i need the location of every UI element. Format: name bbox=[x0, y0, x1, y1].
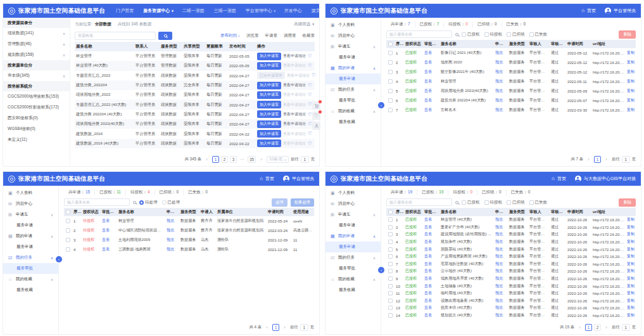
preview-link[interactable]: 预览 bbox=[494, 254, 508, 259]
preview-link[interactable]: 预览 bbox=[494, 305, 508, 311]
nav-item[interactable]: 二维一张图 bbox=[182, 8, 206, 14]
view-flow-link[interactable]: 查看 bbox=[423, 247, 439, 252]
copy-link[interactable]: 复制 bbox=[627, 79, 635, 84]
favorite-heart-icon[interactable]: ♡ bbox=[308, 141, 312, 146]
preview-link[interactable]: 预览 bbox=[494, 247, 508, 252]
service-name[interactable]: 现状用地分类 2022(40大数) bbox=[75, 121, 134, 127]
copy-link[interactable]: 复制 bbox=[627, 276, 635, 281]
add-to-cart-button[interactable]: 加入申请车 bbox=[257, 91, 281, 99]
row-checkbox[interactable] bbox=[66, 238, 70, 242]
prev-page-button[interactable]: ‹ bbox=[576, 324, 583, 331]
page-button[interactable]: 2 bbox=[221, 156, 228, 163]
view-flow-link[interactable]: 查看 bbox=[423, 88, 439, 94]
row-checkbox[interactable] bbox=[388, 108, 393, 112]
favorite-heart-icon[interactable]: ♡ bbox=[308, 93, 312, 98]
delete-button[interactable]: 删除 bbox=[619, 198, 636, 207]
view-flow-link[interactable]: 查看 bbox=[423, 69, 439, 75]
view-flow-link[interactable]: 查看 bbox=[423, 276, 439, 281]
sidebar-item[interactable]: 服务申请 bbox=[325, 242, 381, 252]
copy-link[interactable]: 复制 bbox=[627, 283, 635, 289]
prev-page-button[interactable]: ‹ bbox=[263, 324, 270, 331]
avatar[interactable] bbox=[283, 176, 289, 182]
preview-link[interactable]: 预览 bbox=[165, 247, 179, 252]
view-address-link[interactable]: 查看申请地址 bbox=[283, 141, 306, 146]
sidebar-collapse-handle[interactable]: ‹ bbox=[56, 256, 62, 262]
nav-item[interactable]: 源文件管理中心 bbox=[312, 8, 322, 14]
column-header[interactable]: url地址 bbox=[591, 209, 636, 215]
service-name[interactable]: 建筑分类_202204 bbox=[75, 82, 134, 88]
preview-link[interactable]: 预览 bbox=[494, 50, 508, 56]
column-header[interactable]: 服务类型 bbox=[179, 209, 199, 215]
next-page-button[interactable]: › bbox=[603, 156, 610, 163]
sidebar-item[interactable]: 管理数据(46) ∨ bbox=[3, 39, 70, 49]
preview-link[interactable]: 预览 bbox=[165, 228, 179, 233]
page-goto-input[interactable]: 1 bbox=[301, 156, 309, 163]
column-header[interactable]: 审批流程 bbox=[423, 41, 439, 47]
sidebar-item[interactable]: 西安80坐标系(0) bbox=[3, 113, 70, 124]
sidebar-item[interactable]: ✉ 消息中心 bbox=[325, 198, 381, 209]
column-header[interactable]: 服务类型 bbox=[508, 41, 528, 47]
page-button[interactable]: 1 bbox=[212, 156, 219, 163]
favorite-heart-icon[interactable]: ♡ bbox=[308, 102, 312, 107]
column-header[interactable]: 申请时间 bbox=[566, 41, 591, 47]
column-header[interactable]: 共享类型 bbox=[182, 44, 205, 49]
add-to-cart-button[interactable]: 已在申请车中 bbox=[257, 72, 285, 79]
row-checkbox[interactable] bbox=[66, 219, 70, 223]
row-checkbox[interactable] bbox=[388, 291, 393, 295]
view-flow-link[interactable]: 查看 bbox=[101, 237, 117, 243]
sidebar-item[interactable]: ✉ 消息中心 bbox=[325, 30, 381, 41]
preview-link[interactable]: 预览 bbox=[494, 283, 508, 289]
view-flow-link[interactable]: 查看 bbox=[423, 98, 439, 103]
preview-link[interactable]: 预览 bbox=[494, 298, 508, 304]
home-link[interactable]: 首页 bbox=[587, 8, 596, 14]
sidebar-item[interactable]: 服务申请 bbox=[325, 74, 381, 84]
view-address-link[interactable]: 查看申请地址 bbox=[283, 82, 306, 88]
sort-option[interactable]: 发布时间 ↓ bbox=[220, 33, 240, 39]
row-checkbox[interactable] bbox=[388, 225, 393, 229]
view-flow-link[interactable]: 查看 bbox=[101, 218, 117, 224]
sidebar-item[interactable]: 市本级(345) ∨ bbox=[3, 70, 70, 81]
view-flow-link[interactable]: 查看 bbox=[423, 224, 439, 230]
copy-link[interactable]: 复制 bbox=[627, 247, 635, 252]
view-flow-link[interactable]: 查看 bbox=[423, 283, 439, 289]
copy-link[interactable]: 复制 bbox=[627, 69, 635, 75]
preview-link[interactable]: 预览 bbox=[494, 69, 508, 75]
preview-link[interactable]: 预览 bbox=[494, 88, 508, 94]
sidebar-item[interactable]: ▣ 个人资料 bbox=[325, 20, 381, 30]
column-header[interactable]: 操作 bbox=[256, 44, 315, 49]
filter-checkbox[interactable]: 已拒绝 bbox=[507, 32, 525, 37]
view-flow-link[interactable]: 查看 bbox=[423, 50, 439, 56]
view-address-link[interactable]: 查看申请地址 bbox=[283, 53, 306, 59]
column-header[interactable]: 审批流程 bbox=[423, 209, 439, 215]
view-flow-link[interactable]: 查看 bbox=[423, 254, 439, 259]
row-checkbox[interactable] bbox=[388, 247, 393, 252]
sidebar-item[interactable]: 按来源单位分 bbox=[3, 60, 70, 70]
favorite-heart-icon[interactable]: ♡ bbox=[308, 112, 312, 117]
filter-checkbox[interactable]: 已授权 bbox=[462, 32, 480, 37]
sort-option[interactable]: 申请量 bbox=[265, 33, 278, 39]
filter-checkbox[interactable]: 待授权 bbox=[484, 32, 503, 37]
search-input[interactable]: 资源检索 bbox=[75, 32, 156, 40]
filter-checkbox[interactable]: 已失效 bbox=[529, 32, 548, 37]
preview-link[interactable]: 预览 bbox=[494, 239, 508, 245]
next-page-button[interactable]: › bbox=[281, 324, 288, 331]
add-to-cart-button[interactable]: 加入申请车 bbox=[257, 82, 281, 89]
sidebar-item[interactable]: 按资源目录分 bbox=[3, 18, 70, 28]
copy-link[interactable]: 复制 bbox=[627, 107, 635, 113]
search-icon[interactable] bbox=[133, 201, 136, 204]
sidebar-item[interactable]: 规划数据(158) ∨ bbox=[3, 49, 70, 60]
column-header[interactable]: 服务名称 bbox=[439, 41, 494, 47]
add-to-cart-button[interactable]: 加入申请车 bbox=[257, 101, 281, 108]
sidebar-item[interactable]: 服务收藏 bbox=[325, 117, 381, 127]
view-flow-link[interactable]: 查看 bbox=[423, 79, 439, 84]
view-address-link[interactable]: 查看申请地址 bbox=[287, 73, 310, 79]
row-checkbox[interactable] bbox=[66, 228, 70, 233]
preview-link[interactable]: 预览 bbox=[494, 98, 508, 103]
column-header[interactable]: 发布时间 bbox=[228, 44, 256, 49]
favorite-heart-icon[interactable]: ♡ bbox=[308, 54, 312, 59]
service-name[interactable]: 林业管理 bbox=[75, 53, 134, 59]
row-checkbox[interactable] bbox=[388, 60, 393, 65]
sidebar-item[interactable]: ⊞ 申请车 ∧ bbox=[325, 209, 381, 220]
preview-link[interactable]: 预览 bbox=[494, 224, 508, 230]
add-to-cart-button[interactable]: 加入申请车 bbox=[257, 53, 281, 60]
